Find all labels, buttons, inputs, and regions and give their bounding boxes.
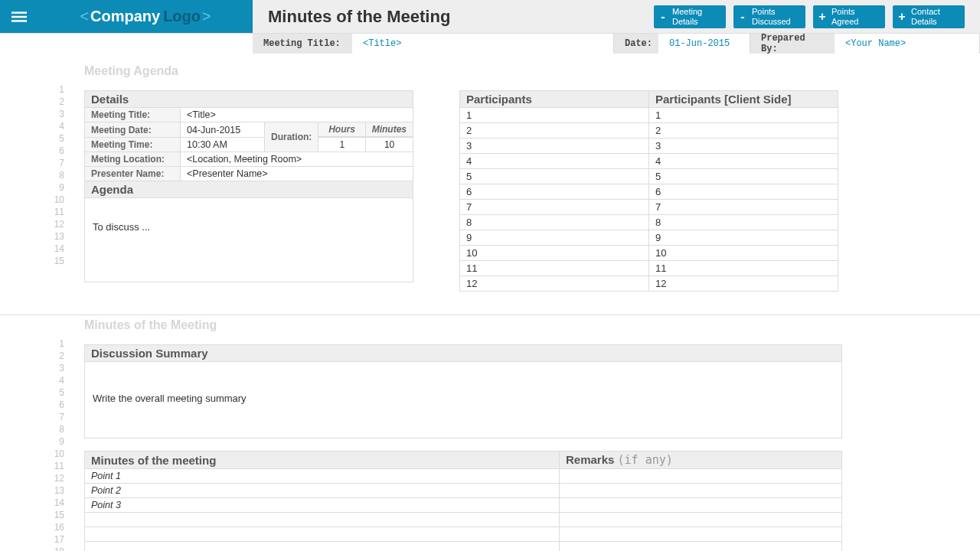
mom-point-cell[interactable] xyxy=(85,527,560,542)
minus-icon: - xyxy=(733,10,752,24)
mom-header: Minutes of the meeting xyxy=(85,452,560,469)
details-presenter[interactable]: <Presenter Name> xyxy=(181,167,413,181)
mom-point-cell[interactable]: Point 3 xyxy=(85,498,560,513)
meeting-details-button[interactable]: - Meeting Details xyxy=(654,5,726,28)
participant-client-cell[interactable]: 8 xyxy=(649,215,838,230)
mom-remark-cell[interactable] xyxy=(560,542,842,552)
participant-client-cell[interactable]: 7 xyxy=(649,200,838,215)
contact-details-button[interactable]: + Contact Details xyxy=(893,5,965,28)
hamburger-icon xyxy=(11,9,27,24)
minutes-table: Minutes of the meeting Remarks (if any) … xyxy=(84,451,842,551)
mom-point-cell[interactable]: Point 2 xyxy=(85,484,560,498)
minus-icon: - xyxy=(654,10,672,24)
mom-remark-cell[interactable] xyxy=(560,469,842,484)
agenda-header: Agenda xyxy=(85,181,413,198)
participant-client-cell[interactable]: 3 xyxy=(649,139,838,154)
company-logo: < Company Logo > xyxy=(38,0,253,33)
participants-client-header: Participants [Client Side] xyxy=(649,91,838,108)
discussion-header: Discussion Summary xyxy=(85,345,842,362)
svg-rect-1 xyxy=(11,15,27,18)
participant-cell[interactable]: 3 xyxy=(460,139,649,154)
participant-client-cell[interactable]: 9 xyxy=(649,230,838,246)
details-meeting-time[interactable]: 10:30 AM xyxy=(181,138,265,152)
mom-point-cell[interactable] xyxy=(85,513,560,527)
section-heading-mom: Minutes of the Meeting xyxy=(84,318,949,332)
discussion-summary-table: Discussion Summary xyxy=(84,344,842,362)
details-table: Details Meeting Title: <Title> Meeting D… xyxy=(84,90,413,198)
details-meeting-date[interactable]: 04-Jun-2015 xyxy=(181,122,265,138)
participant-client-cell[interactable]: 5 xyxy=(649,169,838,184)
date-label: Date: xyxy=(614,34,658,54)
participant-client-cell[interactable]: 10 xyxy=(649,246,838,261)
participants-table: Participants Participants [Client Side] … xyxy=(459,90,838,292)
participant-cell[interactable]: 6 xyxy=(460,184,649,200)
mom-remark-cell[interactable] xyxy=(560,513,842,527)
participant-cell[interactable]: 12 xyxy=(460,276,649,292)
section-heading-agenda: Meeting Agenda xyxy=(84,64,949,78)
participant-client-cell[interactable]: 2 xyxy=(649,123,838,139)
meeting-title-label: Meeting Title: xyxy=(253,34,352,54)
svg-rect-2 xyxy=(11,20,27,21)
participant-cell[interactable]: 9 xyxy=(460,230,649,246)
agenda-body[interactable]: To discuss ... xyxy=(84,198,413,282)
discussion-body[interactable]: Write the overall meeting summary xyxy=(84,362,842,439)
details-minutes[interactable]: 10 xyxy=(366,138,413,152)
logo-company: Company xyxy=(90,8,160,25)
details-header: Details xyxy=(85,91,413,108)
participant-cell[interactable]: 7 xyxy=(460,200,649,215)
page-title: Minutes of the Meeting xyxy=(253,0,466,33)
participant-cell[interactable]: 2 xyxy=(460,123,649,139)
participant-cell[interactable]: 10 xyxy=(460,246,649,261)
participant-client-cell[interactable]: 12 xyxy=(649,276,838,292)
mom-point-cell[interactable] xyxy=(85,542,560,552)
svg-rect-0 xyxy=(11,11,27,14)
menu-button[interactable] xyxy=(0,0,38,33)
mom-remark-cell[interactable] xyxy=(560,484,842,498)
participant-client-cell[interactable]: 6 xyxy=(649,184,838,200)
mom-point-cell[interactable]: Point 1 xyxy=(85,469,560,484)
logo-logo: Logo xyxy=(163,8,201,25)
participant-client-cell[interactable]: 4 xyxy=(649,154,838,169)
mom-remark-cell[interactable] xyxy=(560,498,842,513)
meeting-title-value[interactable]: <Title> xyxy=(352,38,412,49)
date-value[interactable]: 01-Jun-2015 xyxy=(658,38,740,49)
participants-header: Participants xyxy=(460,91,649,108)
participant-cell[interactable]: 4 xyxy=(460,154,649,169)
details-location[interactable]: <Location, Meeting Room> xyxy=(181,152,413,167)
participant-client-cell[interactable]: 1 xyxy=(649,108,838,123)
plus-icon: + xyxy=(893,10,911,24)
participant-client-cell[interactable]: 11 xyxy=(649,261,838,276)
line-gutter: 1234567891011121314151617181920 xyxy=(31,315,69,551)
participant-cell[interactable]: 5 xyxy=(460,169,649,184)
points-agreed-button[interactable]: + Points Agreed xyxy=(813,5,885,28)
mom-remark-cell[interactable] xyxy=(560,527,842,542)
participant-cell[interactable]: 8 xyxy=(460,215,649,230)
details-meeting-title[interactable]: <Title> xyxy=(181,108,413,122)
participant-cell[interactable]: 1 xyxy=(460,108,649,123)
prepared-by-label: Prepared By: xyxy=(750,34,835,54)
line-gutter: 123456789101112131415 xyxy=(31,61,69,292)
plus-icon: + xyxy=(813,10,831,24)
points-discussed-button[interactable]: - Points Discussed xyxy=(733,5,805,28)
remarks-header: Remarks (if any) xyxy=(560,452,842,469)
details-hours[interactable]: 1 xyxy=(318,138,365,152)
participant-cell[interactable]: 11 xyxy=(460,261,649,276)
prepared-by-value[interactable]: <Your Name> xyxy=(835,38,916,49)
